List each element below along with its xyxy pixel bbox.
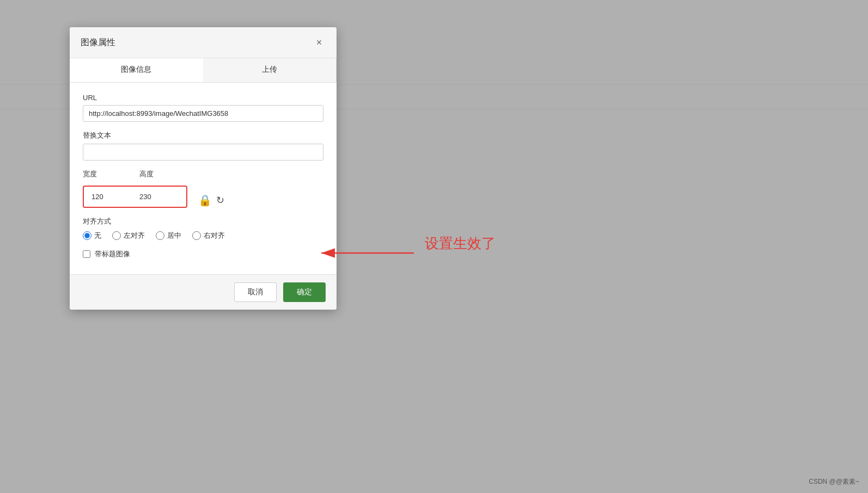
close-button[interactable]: × xyxy=(313,36,326,49)
watermark: CSDN @@素素~ xyxy=(809,477,859,486)
align-radio-none[interactable] xyxy=(83,231,91,240)
confirm-button[interactable]: 确定 xyxy=(283,282,326,302)
align-option-none[interactable]: 无 xyxy=(83,231,101,241)
height-label: 高度 xyxy=(139,169,187,179)
align-label-center: 居中 xyxy=(167,231,181,241)
alt-field-group: 替换文本 xyxy=(83,131,323,161)
width-input[interactable] xyxy=(86,189,130,205)
caption-label: 带标题图像 xyxy=(95,249,130,259)
align-section: 对齐方式 无 左对齐 居中 右对齐 xyxy=(83,217,323,241)
cancel-button[interactable]: 取消 xyxy=(234,282,277,302)
dimensions-labels: 宽度 高度 xyxy=(83,169,187,208)
dialog-tabs: 图像信息 上传 xyxy=(70,58,337,83)
dialog-footer: 取消 确定 xyxy=(70,274,337,310)
align-option-left[interactable]: 左对齐 xyxy=(112,231,145,241)
caption-option[interactable]: 带标题图像 xyxy=(83,249,323,259)
lock-icon[interactable]: 🔒 xyxy=(198,194,212,207)
url-label: URL xyxy=(83,94,323,102)
image-properties-dialog: 图像属性 × 图像信息 上传 URL 替换文本 宽度 高度 xyxy=(70,27,337,310)
dialog-header: 图像属性 × xyxy=(70,27,337,58)
align-label: 对齐方式 xyxy=(83,217,323,226)
align-option-center[interactable]: 居中 xyxy=(156,231,181,241)
dialog-title: 图像属性 xyxy=(81,37,115,48)
align-options: 无 左对齐 居中 右对齐 xyxy=(83,231,323,241)
annotation-text: 设置生效了 xyxy=(425,234,496,253)
align-option-right[interactable]: 右对齐 xyxy=(192,231,225,241)
dimensions-box xyxy=(83,186,187,208)
align-label-left: 左对齐 xyxy=(124,231,145,241)
alt-label: 替换文本 xyxy=(83,131,323,140)
align-radio-center[interactable] xyxy=(156,231,164,240)
align-label-right: 右对齐 xyxy=(204,231,225,241)
url-input[interactable] xyxy=(83,105,323,122)
refresh-icon[interactable]: ↻ xyxy=(216,194,224,206)
align-radio-left[interactable] xyxy=(112,231,121,240)
url-field-group: URL xyxy=(83,94,323,122)
alt-input[interactable] xyxy=(83,144,323,161)
height-input[interactable] xyxy=(134,189,178,205)
dimensions-row: 宽度 高度 🔒 ↻ xyxy=(83,169,323,208)
align-label-none: 无 xyxy=(94,231,101,241)
width-label: 宽度 xyxy=(83,169,131,179)
caption-checkbox[interactable] xyxy=(83,250,90,258)
tab-image-info[interactable]: 图像信息 xyxy=(70,58,203,82)
align-radio-right[interactable] xyxy=(192,231,201,240)
tab-upload[interactable]: 上传 xyxy=(203,58,337,82)
dialog-body: URL 替换文本 宽度 高度 🔒 ↻ xyxy=(70,83,337,274)
dimension-icons: 🔒 ↻ xyxy=(198,194,224,208)
